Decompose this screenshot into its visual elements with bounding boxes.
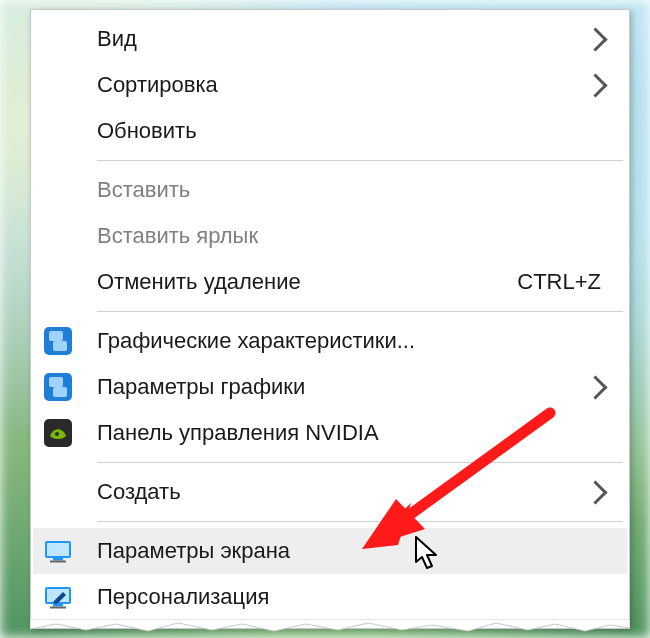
- svg-rect-10: [53, 558, 63, 561]
- svg-rect-4: [49, 377, 63, 387]
- menu-item-nvidia-control-panel[interactable]: Панель управления NVIDIA: [33, 410, 627, 456]
- svg-rect-9: [47, 543, 69, 556]
- menu-item-label: Персонализация: [97, 585, 269, 609]
- menu-item-label: Вставить: [97, 178, 190, 202]
- menu-separator: [97, 160, 623, 161]
- menu-item-shortcut: CTRL+Z: [517, 270, 601, 294]
- nvidia-icon: [43, 418, 73, 448]
- menu-item-label: Параметры экрана: [97, 539, 290, 563]
- menu-item-label: Параметры графики: [97, 375, 305, 399]
- menu-item-label: Создать: [97, 480, 181, 504]
- chevron-right-icon: [583, 480, 607, 504]
- svg-rect-14: [53, 604, 63, 607]
- menu-item-paste-shortcut: Вставить ярлык: [33, 213, 627, 259]
- menu-item-display-settings[interactable]: Параметры экрана: [33, 528, 627, 574]
- menu-item-label: Сортировка: [97, 73, 218, 97]
- svg-point-7: [55, 432, 59, 436]
- svg-rect-2: [53, 341, 67, 351]
- icon-slot: [43, 326, 97, 356]
- menu-item-new[interactable]: Создать: [33, 469, 627, 515]
- display-icon: [43, 536, 73, 566]
- desktop-context-menu: Вид Сортировка Обновить Вставить Вставит…: [30, 9, 630, 629]
- menu-item-label: Вставить ярлык: [97, 224, 258, 248]
- torn-edge: [30, 619, 630, 633]
- menu-item-undo-delete[interactable]: Отменить удаление CTRL+Z: [33, 259, 627, 305]
- personalization-icon: [43, 582, 73, 612]
- menu-separator: [97, 521, 623, 522]
- menu-item-label: Графические характеристики...: [97, 329, 415, 353]
- chevron-right-icon: [583, 73, 607, 97]
- menu-item-label: Отменить удаление: [97, 270, 301, 294]
- menu-item-personalization[interactable]: Персонализация: [33, 574, 627, 620]
- icon-slot: [43, 582, 97, 612]
- menu-item-sort[interactable]: Сортировка: [33, 62, 627, 108]
- menu-separator: [97, 311, 623, 312]
- intel-graphics-icon: [43, 326, 73, 356]
- svg-rect-5: [53, 387, 67, 397]
- chevron-right-icon: [583, 375, 607, 399]
- icon-slot: [43, 418, 97, 448]
- menu-separator: [97, 462, 623, 463]
- chevron-right-icon: [583, 27, 607, 51]
- menu-item-refresh[interactable]: Обновить: [33, 108, 627, 154]
- intel-graphics-icon: [43, 372, 73, 402]
- svg-rect-1: [49, 331, 63, 341]
- menu-item-intel-graphics-properties[interactable]: Графические характеристики...: [33, 318, 627, 364]
- menu-item-paste: Вставить: [33, 167, 627, 213]
- menu-item-label: Обновить: [97, 119, 197, 143]
- icon-slot: [43, 536, 97, 566]
- svg-rect-11: [50, 561, 66, 563]
- menu-item-label: Панель управления NVIDIA: [97, 421, 379, 445]
- icon-slot: [43, 372, 97, 402]
- menu-item-intel-graphics-options[interactable]: Параметры графики: [33, 364, 627, 410]
- svg-rect-15: [50, 607, 66, 609]
- menu-item-label: Вид: [97, 27, 137, 51]
- menu-item-view[interactable]: Вид: [33, 16, 627, 62]
